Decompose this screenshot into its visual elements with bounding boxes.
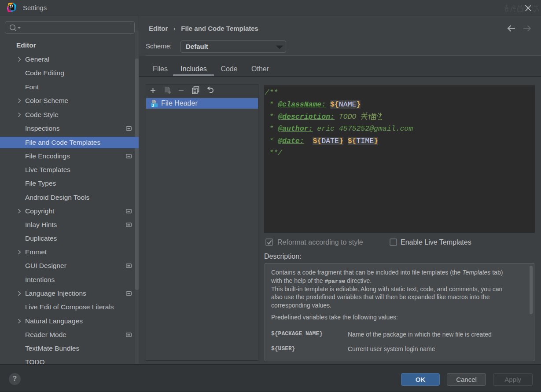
svg-text:IJ: IJ <box>9 5 13 8</box>
svg-text:J: J <box>152 103 154 107</box>
